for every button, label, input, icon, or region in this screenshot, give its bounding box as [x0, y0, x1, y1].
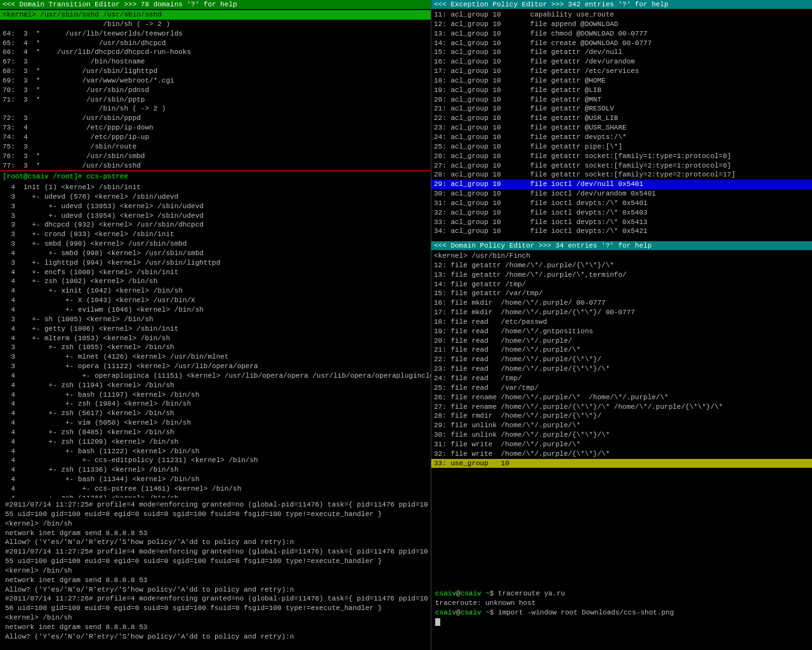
terminal-line [434, 618, 809, 627]
process-tree-line: 4 +- zsh (11336) <kernel> /bin/sh [0, 465, 431, 475]
domain-transition-line[interactable]: 75: 3 /sbin/route [0, 142, 431, 152]
domain-policy-line[interactable]: 28: file rmdir /home/\*/.purple/{\*\*}/ [431, 411, 812, 421]
process-tree-line: 3 +- crond (933) <kernel> /sbin/init [0, 230, 431, 239]
terminal-line: csaiv@csaiv ~$ traceroute ya.ru [434, 589, 809, 599]
domain-policy-line[interactable]: 33: use_group 10 [431, 459, 812, 468]
domain-policy-line[interactable]: 25: file read /var/tmp/ [431, 383, 812, 393]
exception-policy-line[interactable]: 27: acl_group 10 file getattr socket:[fa… [431, 161, 812, 171]
domain-transition-line[interactable]: 77: 3 * /usr/sbin/sshd [0, 161, 431, 171]
exception-policy-line[interactable]: 11: acl_group 10 capability use_route [431, 10, 812, 20]
domain-policy-line[interactable]: 21: file read /home/\*/.purple/\* [431, 345, 812, 355]
domain-policy-line[interactable]: 16: file mkdir /home/\*/.purple/ 00-0777 [431, 298, 812, 308]
exception-policy-line[interactable]: 14: acl_group 10 file create @DOWNLOAD 0… [431, 39, 812, 48]
domain-transition-line[interactable]: 73: 4 /etc/ppp/ip-down [0, 123, 431, 133]
exception-policy-line[interactable]: 12: acl_group 10 file append @DOWNLOAD [431, 20, 812, 29]
domain-policy-line[interactable]: 26: file rename /home/\*/.purple/\* /hom… [431, 393, 812, 402]
domain-transition-header-text: <<< Domain Transition Editor >>> 78 doma… [3, 1, 237, 8]
process-tree-line: 4 +- zsh (1984) <kernel> /bin/sh [0, 399, 431, 409]
exception-policy-line[interactable]: 30: acl_group 10 file ioctl /dev/urandom… [431, 189, 812, 199]
terminal-panel[interactable]: csaiv@csaiv ~$ traceroute ya.rutracerout… [431, 587, 812, 650]
log-line: Allow? ('Y'es/'N'o/'R'etry/'S'how policy… [3, 632, 428, 642]
domain-policy-line[interactable]: 18: file read /etc/passwd [431, 317, 812, 327]
exception-policy-line[interactable]: 33: acl_group 10 file ioctl devpts:/\* 0… [431, 218, 812, 227]
domain-policy-line[interactable]: 17: file mkdir /home/\*/.purple/{\*\*}/ … [431, 308, 812, 317]
exception-policy-line[interactable]: 16: acl_group 10 file getattr /dev/urand… [431, 57, 812, 67]
domain-policy-line[interactable]: 24: file read /tmp/ [431, 374, 812, 383]
exception-policy-line[interactable]: 24: acl_group 10 file getattr devpts:/\* [431, 133, 812, 142]
domain-transition-line[interactable]: <kernel> /usr/sbin/sshd /usr/sbin/sshd [0, 10, 431, 20]
exception-policy-line[interactable]: 26: acl_group 10 file getattr socket:[fa… [431, 152, 812, 161]
exception-policy-line[interactable]: 25: acl_group 10 file getattr pipe:[\*] [431, 142, 812, 152]
exception-policy-line[interactable]: 18: acl_group 10 file getattr @HOME [431, 76, 812, 86]
domain-policy-line[interactable]: 13: file getattr /home/\*/.purple/\*,ter… [431, 270, 812, 280]
domain-policy-line[interactable]: 29: file unlink /home/\*/.purple/\* [431, 421, 812, 430]
process-tree-line: 4 +- bash (11197) <kernel> /bin/sh [0, 390, 431, 400]
domain-transition-line[interactable]: 69: 3 * /var/www/webroot/*.cgi [0, 76, 431, 86]
domain-transition-line[interactable]: 76: 3 * /usr/sbin/smbd [0, 152, 431, 161]
domain-transition-line[interactable]: 74: 4 /etc/ppp/ip-up [0, 133, 431, 142]
domain-policy-content[interactable]: <kernel> /usr/bin/Finch12: file getattr … [431, 250, 812, 587]
exception-policy-line[interactable]: 32: acl_group 10 file ioctl devpts:/\* 0… [431, 208, 812, 218]
process-tree-line: 4 init (1) <kernel> /sbin/init [0, 183, 431, 192]
process-tree-panel: [root@csaiv /root]# ccs-pstree 4 init (1… [0, 171, 431, 498]
domain-transition-line[interactable]: /bin/sh ( -> 2 ) [0, 104, 431, 114]
exception-policy-line[interactable]: 20: acl_group 10 file getattr @MNT [431, 95, 812, 105]
process-tree-line: 4 +- zsh (1194) <kernel> /bin/sh [0, 381, 431, 390]
domain-policy-line[interactable]: 19: file read /home/\*/.gntpositions [431, 327, 812, 336]
domain-policy-line[interactable]: 12: file getattr /home/\*/.purple/{\*\*}… [431, 261, 812, 270]
log-panel[interactable]: #2011/07/14 11:27:25# profile=4 mode=enf… [0, 498, 431, 650]
domain-policy-line[interactable]: 30: file unlink /home/\*/.purple/{\*\*}/… [431, 430, 812, 440]
domain-transition-line[interactable]: 70: 3 * /usr/sbin/pdnsd [0, 86, 431, 95]
domain-policy-line[interactable]: 31: file write /home/\*/.purple/\* [431, 440, 812, 449]
log-line: network inet dgram send 8.8.8.8 53 [3, 576, 428, 585]
process-tree-line: 4 +- smbd (998) <kernel> /usr/sbin/smbd [0, 249, 431, 258]
process-tree-line: 3 +- mlnet (4126) <kernel> /usr/bin/mlne… [0, 352, 431, 362]
domain-transition-line[interactable]: /bin/sh ( -> 2 ) [0, 20, 431, 29]
domain-policy-line[interactable]: 27: file rename /home/\*/.purple/{\*\*}/… [431, 402, 812, 412]
log-line: <kernel> /bin/sh [3, 566, 428, 576]
domain-policy-line[interactable]: 23: file read /home/\*/.purple/{\*\*}/\* [431, 364, 812, 374]
log-line: <kernel> /bin/sh [3, 519, 428, 529]
exception-policy-line[interactable]: 34: acl_group 10 file ioctl devpts:/\* 0… [431, 227, 812, 236]
domain-transition-line[interactable]: 66: 4 * /usr/lib/dhcpcd/dhcpcd-run-hooks [0, 48, 431, 57]
domain-transition-line[interactable]: 71: 3 * /usr/sbin/pptp [0, 95, 431, 105]
exception-policy-line[interactable]: 31: acl_group 10 file ioctl devpts:/\* 0… [431, 199, 812, 208]
process-tree-line: 4 +- zsh (11209) <kernel> /bin/sh [0, 437, 431, 447]
exception-policy-line[interactable]: 19: acl_group 10 file getattr @LIB [431, 86, 812, 95]
process-tree-line: 4 +- X (1043) <kernel> /usr/bin/X [0, 296, 431, 305]
domain-policy-domain-label: <kernel> /usr/bin/Finch [431, 251, 812, 261]
exception-policy-line[interactable]: 21: acl_group 10 file getattr @RESOLV [431, 104, 812, 114]
domain-transition-line[interactable]: 72: 3 /usr/sbin/pppd [0, 114, 431, 123]
domain-transition-content[interactable]: <kernel> /usr/sbin/sshd /usr/sbin/sshd /… [0, 9, 431, 171]
domain-policy-line[interactable]: 15: file getattr /var/tmp/ [431, 289, 812, 298]
domain-transition-line[interactable]: 64: 3 * /usr/lib/teeworlds/teeworlds [0, 29, 431, 39]
log-line: 56 uid=100 gid=100 euid=0 egid=0 suid=0 … [3, 604, 428, 613]
process-tree-content[interactable]: 4 init (1) <kernel> /sbin/init 3 +- udev… [0, 182, 431, 498]
exception-policy-header: <<< Exception Policy Editor >>> 342 entr… [431, 0, 812, 9]
exception-policy-content[interactable]: 11: acl_group 10 capability use_route12:… [431, 9, 812, 241]
domain-transition-line[interactable]: 68: 3 * /usr/sbin/lighttpd [0, 67, 431, 76]
domain-transition-line[interactable]: 65: 4 * /usr/sbin/dhcpcd [0, 39, 431, 48]
exception-policy-line[interactable]: 17: acl_group 10 file getattr /etc/servi… [431, 67, 812, 76]
process-tree-header: [root@csaiv /root]# ccs-pstree [0, 171, 431, 182]
log-line: 55 uid=100 gid=100 euid=0 egid=0 suid=0 … [3, 510, 428, 519]
domain-transition-line[interactable]: 67: 3 /bin/hostname [0, 57, 431, 67]
domain-policy-line[interactable]: 20: file read /home/\*/.purple/ [431, 336, 812, 346]
domain-policy-panel: <<< Domain Policy Editor >>> 34 entries … [431, 241, 812, 587]
exception-policy-header-text: <<< Exception Policy Editor >>> 342 entr… [434, 1, 669, 8]
process-tree-line: 3 +- opera (11122) <kernel> /usr/lib/ope… [0, 362, 431, 371]
process-tree-line: 3 +- udevd (13953) <kernel> /sbin/udevd [0, 202, 431, 211]
domain-policy-line[interactable]: 22: file read /home/\*/.purple/{\*\*}/ [431, 355, 812, 364]
exception-policy-line[interactable]: 13: acl_group 10 file chmod @DOWNLOAD 00… [431, 29, 812, 39]
exception-policy-line[interactable]: 29: acl_group 10 file ioctl /dev/null 0x… [431, 180, 812, 189]
exception-policy-line[interactable]: 23: acl_group 10 file getattr @USR_SHARE [431, 123, 812, 133]
log-line: #2011/07/14 11:27:25# profile=4 mode=enf… [3, 547, 428, 557]
domain-policy-header: <<< Domain Policy Editor >>> 34 entries … [431, 241, 812, 250]
process-tree-line: 4 +- evilwm (1046) <kernel> /bin/sh [0, 305, 431, 315]
domain-policy-line[interactable]: 14: file getattr /tmp/ [431, 280, 812, 289]
exception-policy-line[interactable]: 28: acl_group 10 file getattr socket:[fa… [431, 170, 812, 180]
exception-policy-line[interactable]: 15: acl_group 10 file getattr /dev/null [431, 48, 812, 57]
domain-policy-line[interactable]: 32: file write /home/\*/.purple/{\*\*}/\… [431, 449, 812, 459]
exception-policy-line[interactable]: 22: acl_group 10 file getattr @USR_LIB [431, 114, 812, 123]
process-tree-line: 3 +- dhcpcd (932) <kernel> /usr/sbin/dhc… [0, 220, 431, 230]
